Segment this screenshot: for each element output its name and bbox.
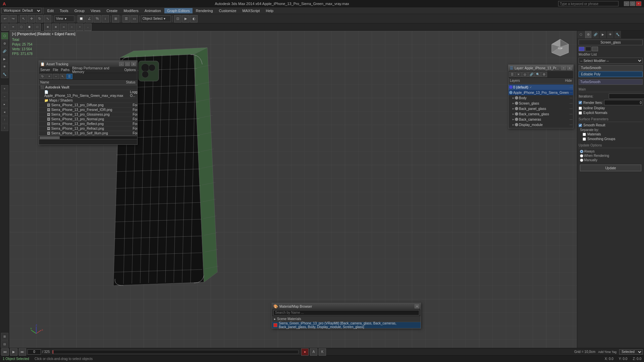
modify-tab[interactable]: ⚙ <box>1 40 8 47</box>
rp-tab-hierarchy[interactable]: 🔗 <box>592 31 599 38</box>
loop-btn[interactable]: ∞ <box>60 23 67 31</box>
smoothing-groups-checkbox[interactable] <box>583 137 586 141</box>
anim-key-button[interactable]: ● <box>301 348 309 356</box>
selected-dropdown[interactable]: Selected <box>619 349 643 355</box>
modifier-turbosmooth[interactable]: TurboSmooth <box>579 65 643 71</box>
ribbon-toggle[interactable]: ▭ <box>130 15 138 22</box>
spinner-snap-toggle[interactable]: ↕ <box>102 15 109 22</box>
side-btn-bottom1[interactable]: ⊞ <box>1 333 8 340</box>
menu-item-help[interactable]: Help <box>263 8 276 13</box>
mat-browser-close-button[interactable]: ✕ <box>415 304 419 308</box>
table-row[interactable]: ⬛ Autodesk Vault <box>39 85 137 90</box>
undo-button[interactable]: ↩ <box>1 15 9 22</box>
side-btn4[interactable]: ▸ <box>1 101 8 108</box>
rp-tab-create[interactable]: ⬡ <box>577 31 585 38</box>
asset-minimize-button[interactable]: − <box>119 62 124 66</box>
layer-find-btn[interactable]: 🔍 <box>535 72 541 77</box>
side-btn7[interactable]: ↓ <box>1 124 8 131</box>
table-row[interactable]: 🖼 Sierra_iPhone_13_pro_Refract.png Found <box>39 126 137 131</box>
grow-btn[interactable]: + <box>76 23 84 31</box>
at-btn-highlight[interactable]: ☰ <box>66 74 72 79</box>
iterations-input[interactable] <box>609 94 644 99</box>
select-button[interactable]: ↖ <box>20 15 27 22</box>
ring-btn[interactable]: ○ <box>68 23 75 31</box>
list-item[interactable]: ▸ Body — <box>508 95 573 101</box>
explicit-normals-checkbox[interactable] <box>579 111 582 115</box>
play-next-button[interactable]: ⏭ <box>19 348 26 356</box>
utilities-tab[interactable]: 🔧 <box>1 71 8 78</box>
layer-manager-button[interactable]: ☰ <box>122 15 130 22</box>
table-row[interactable]: 📄 Apple_iPhone_13_Pro_Sierra_Green_max_v… <box>39 90 137 98</box>
menu-item-edit[interactable]: Edit <box>45 8 56 13</box>
at-btn-add[interactable]: + <box>46 74 52 79</box>
layer-delete-btn[interactable]: ✕ <box>516 72 522 77</box>
table-row[interactable]: 🖼 Sierra_iPhone_13_pro_Self_Illum.png Fo… <box>39 131 137 136</box>
add-time-tag-button[interactable]: Add Time Tag <box>597 350 618 354</box>
update-button[interactable]: Update <box>580 165 641 171</box>
at-btn-remove[interactable]: − <box>53 74 59 79</box>
isoline-checkbox[interactable] <box>579 107 582 110</box>
render-setup-button[interactable]: ⊡ <box>174 15 181 22</box>
redo-button[interactable]: ↪ <box>9 15 17 22</box>
menu-item-group[interactable]: Group <box>72 8 88 13</box>
layer-cur-btn[interactable]: ◎ <box>522 72 528 77</box>
list-item[interactable]: ▸ Display_module — <box>508 122 573 127</box>
render-button[interactable]: ▶ <box>182 15 190 22</box>
manually-radio[interactable] <box>580 159 583 162</box>
color-swatch2[interactable] <box>585 47 591 51</box>
percent-snap-toggle[interactable]: % <box>94 15 101 22</box>
side-btn6[interactable]: ↑ <box>1 116 8 123</box>
side-btn-bottom2[interactable]: ⊟ <box>1 341 8 348</box>
at-menu-file[interactable]: File <box>53 68 58 72</box>
move-button[interactable]: ✛ <box>28 15 35 22</box>
subobj-btn4[interactable]: ⬢ <box>25 23 33 31</box>
hierarchy-tab[interactable]: 🔗 <box>1 48 8 55</box>
menu-item-customize[interactable]: Customize <box>216 8 239 13</box>
display-tab[interactable]: 👁 <box>1 63 8 70</box>
rp-tab-motion[interactable]: ▶ <box>599 31 607 38</box>
table-row[interactable]: 🖼 Sierra_iPhone_13_pro_Normal.png Found <box>39 117 137 122</box>
at-scrollbar[interactable] <box>39 136 137 139</box>
list-item[interactable]: Sierra_Green_iPhone_13_pro (VRayMtl) [Ba… <box>272 322 421 328</box>
play-button[interactable]: ▶ <box>10 348 17 356</box>
subobj-btn3[interactable]: ⬡ <box>17 23 25 31</box>
paint-connect[interactable]: ⊕ <box>44 23 51 31</box>
subobj-btn1[interactable]: ▪ <box>1 23 9 31</box>
reference-dropdown[interactable]: View▾ <box>54 15 74 22</box>
rp-tab-modify[interactable]: ⚙ <box>585 31 592 38</box>
menu-item-tools[interactable]: Tools <box>57 8 71 13</box>
mat-search-input[interactable] <box>273 310 419 315</box>
create-tab[interactable]: ⬡ <box>1 32 8 40</box>
snap-toggle[interactable]: 🔲 <box>77 15 85 22</box>
table-row[interactable]: 🖼 Sierra_iPhone_13_pro_Reflect.png Found <box>39 122 137 126</box>
rp-tab-utilities[interactable]: 🔧 <box>614 31 622 38</box>
menu-item-views[interactable]: Views <box>88 8 103 13</box>
smooth-result-checkbox[interactable] <box>579 124 582 127</box>
side-btn2[interactable]: + <box>1 85 8 93</box>
list-item[interactable]: ▸ Screen_glass — <box>508 101 573 106</box>
list-item[interactable]: Apple_iPhone_13_Pro_Sierra_Green — <box>508 90 573 95</box>
timeline-scrubber[interactable] <box>52 350 299 354</box>
materials-checkbox[interactable] <box>583 133 586 136</box>
rp-tab-display[interactable]: 👁 <box>607 31 614 38</box>
asset-restore-button[interactable]: □ <box>125 62 130 66</box>
at-scroll-thumb[interactable] <box>40 136 60 139</box>
layer-settings-btn[interactable]: ⚙ <box>541 72 547 77</box>
at-menu-paths[interactable]: Paths <box>61 68 70 72</box>
menu-item-rendering[interactable]: Rendering <box>193 8 216 13</box>
when-rendering-radio[interactable] <box>580 154 583 158</box>
close-button[interactable]: ✕ <box>636 1 641 6</box>
auto-key-button[interactable]: A <box>310 348 317 356</box>
subobj-btn5[interactable]: □ <box>34 23 41 31</box>
subobj-btn2[interactable]: ━ <box>9 23 17 31</box>
table-row[interactable]: 📁 Maps / Shaders <box>39 98 137 103</box>
always-radio[interactable] <box>580 150 583 153</box>
set-key-button[interactable]: K <box>319 348 326 356</box>
at-menu-bitmap[interactable]: Bitmap Performance and Memory <box>72 66 121 74</box>
render-iters-checkbox[interactable] <box>579 101 582 104</box>
color-swatch3[interactable] <box>592 47 598 51</box>
angle-snap-toggle[interactable]: ∠ <box>86 15 93 22</box>
shrink-btn[interactable]: - <box>84 23 92 31</box>
layer-add-btn[interactable]: ☰ <box>509 72 515 77</box>
minimize-button[interactable]: − <box>624 1 629 6</box>
